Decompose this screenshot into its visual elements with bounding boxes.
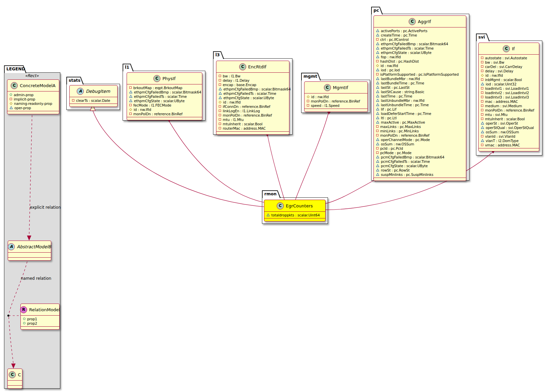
triangle-icon [376,86,379,89]
attribute-text: autostate : svi.Autostate [485,56,527,60]
attribute-row: ethpmCfgState : scalar.UByte [219,95,287,100]
attribute-text: lastUnbundleMbr : nw.IfId [381,99,424,103]
package-label-legend: LEGEND [6,65,25,72]
attribute-text: createTime : pc.Time [381,33,417,37]
attribute-row: operChannelMode : pc.Mode [376,137,464,142]
class-C[interactable]: CC [7,369,22,389]
attribute-row: fop : nw.IfId [376,55,464,59]
attribute-text: medium : svi.Medium [485,104,522,108]
attribute-row: pcId : pc.PcId [376,146,464,150]
class-header: RRelationModel [21,304,59,316]
class-header: CConcreteModelA [7,80,59,91]
class-EncRtdIf[interactable]: CEncRtdIfbw : l1.Bwdelay : l1.Delayencap… [216,61,289,135]
attribute-row: mtu : svi.Mtu [481,112,537,117]
class-AbstractModelB[interactable]: AAbstractModelB [8,241,51,261]
class-DebugItem[interactable]: ADebugItemclearTs : scalar.Date [69,85,118,107]
package-label-l3: l3 [215,51,220,58]
attribute-text: pcId : pc.PcId [380,146,403,150]
attribute-text: mtuInherit : scalar.Bool [223,122,263,126]
attribute-row: pcmCfgFailedBmp : scalar.Bitmask64 [376,155,464,159]
methods-section [7,111,59,114]
class-If[interactable]: CIfautostate : svi.Autostatebw : svi.Bwc… [478,43,539,151]
triangle-icon [376,138,379,141]
triangle-icon [376,142,379,145]
class-ConcreteModelA[interactable]: CConcreteModelAadmin-propimplicit-propna… [7,79,59,114]
triangle-icon [376,34,379,37]
relation-spot-icon: R [20,306,27,313]
attribute-text: osSum : nw.OSSum [486,130,519,134]
class-name: AggrIf [418,19,431,24]
attribute-text: id : nw.IfId [485,73,503,77]
class-name: If [512,46,515,51]
attribute-text: implicit-prop [14,97,35,101]
edge-label-named-relation: named relation [21,276,51,281]
attribute-text: fecMode : l1.FECMode [133,103,171,107]
class-PhysIf[interactable]: CPhysIfbrkoutMap : eqpt.BrkoutMapethpmCf… [127,72,202,120]
attribute-row: rowSt : pc.RowSt [376,168,464,172]
package-tab-legend: LEGEND [4,65,26,73]
package-tab-svi: svi [476,34,490,41]
attribute-text: lastBundleMbr : nw.IfId [381,77,420,81]
attribute-text: loadIntvl2 : svi.LoadIntvl2 [485,91,529,95]
edge-label-explicit-relation: explicit relation [30,205,61,210]
attribute-row: isPlatformSupported : pc.IsPlatformSuppo… [376,72,464,76]
diamond-icon [10,102,12,105]
attribute-row: lastStCause : string.Basic [376,89,464,94]
attributes-section [8,253,51,257]
attribute-row: ethpmCfgFailedTs : scalar.Time [129,94,200,99]
class-EgrCounters[interactable]: CEgrCounterstotaldroppkts : scalar.Uint6… [264,200,326,221]
class-RelationModel[interactable]: RRelationModelprop1prop2 [20,304,60,330]
attribute-text: carDel : svi.CarrDelay [485,65,522,69]
attributes-section: prop1prop2 [21,316,59,326]
attribute-row: ethpmCfgFailedTs : scalar.Time [219,91,287,95]
diamond-icon [481,74,484,76]
triangle-icon [376,81,379,84]
circle-icon [23,322,25,324]
class-MgmtIf[interactable]: CMgmtIfid : nw.IfIdmonPolDn : reference.… [304,81,368,112]
package-tab-mgmt: mgmt [301,73,321,80]
attribute-text: prop1 [27,317,37,321]
attribute-text: operStQual : svi.OperStQual [486,126,534,130]
triangle-icon [219,96,222,99]
attributes-section: totaldroppkts : scalar.Uint64 [264,212,325,218]
attribute-row: minLinks : pc.MinLinks [376,129,464,133]
attribute-row: implicit-prop [10,97,57,101]
attribute-text: ethpmCfgFailedTs : scalar.Time [223,91,276,95]
square-icon [481,65,483,68]
attribute-row: inbMgmt : scalar.Bool [481,77,537,82]
attribute-row: pcmCfgState : scalar.UByte [376,164,464,168]
attribute-row: routerMac : address.MAC [219,126,287,130]
class-spot-icon: C [153,75,160,82]
attribute-text: monPolDn : reference.BinRef [380,133,429,137]
attribute-row: naming-readonly-prop [10,101,57,106]
attribute-row: ethpmCfgFailedBmp : scalar.Bitmask64 [376,42,464,46]
attribute-text: id : nw.IfId [223,100,241,104]
attribute-row: encap : base.Encap [219,82,287,87]
triangle-icon [481,130,484,133]
attribute-row: id : nw.IfId [307,94,365,99]
attribute-text: iod : scalar.Uint32 [486,82,517,86]
attribute-text: minLinks : pc.MinLinks [380,129,419,133]
attribute-row: ethpmCfgState : scalar.UByte [376,50,464,55]
square-icon [376,60,379,62]
square-icon [219,114,221,116]
triangle-icon [376,29,379,32]
attribute-text: inbMgmt : scalar.Bool [485,78,522,82]
attribute-row: suspMinlinks : pc.SuspMinlinks [376,172,464,177]
square-icon [481,100,483,103]
attribute-text: clearTs : scalar.Date [76,99,110,103]
attribute-row: osSum : nw.OSSum [481,130,537,134]
square-icon [219,105,221,108]
class-AggrIf[interactable]: CAggrIfactivePorts : pc.ActivePortscreat… [373,15,466,181]
attribute-row: loadDeferStartTime : pc.Time [376,111,464,116]
class-header: CIf [479,43,539,55]
square-icon [376,38,379,41]
square-icon [481,57,483,59]
attribute-text: ltl : pc.Ltl [381,116,397,120]
abstract-spot-icon: A [77,88,84,95]
attributes-section: autostate : svi.Autostatebw : svi.BwcarD… [479,55,539,148]
attribute-row: mtuInherit : scalar.Bool [481,117,537,121]
triangle-icon [129,90,132,93]
triangle-icon [129,95,132,98]
square-icon [219,110,221,112]
